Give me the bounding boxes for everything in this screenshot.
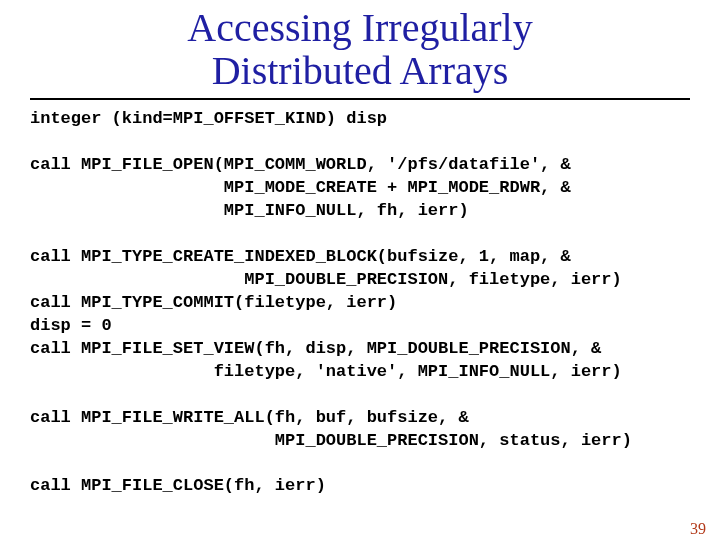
code-line: call MPI_FILE_OPEN(MPI_COMM_WORLD, '/pfs… [30,155,571,174]
code-line: MPI_INFO_NULL, fh, ierr) [30,201,469,220]
code-line: call MPI_TYPE_COMMIT(filetype, ierr) [30,293,397,312]
code-line: disp = 0 [30,316,112,335]
title-line-2: Distributed Arrays [212,48,509,93]
code-block: integer (kind=MPI_OFFSET_KIND) disp call… [30,108,690,498]
slide-title: Accessing Irregularly Distributed Arrays [40,6,680,92]
page-number: 39 [690,520,706,538]
code-line: MPI_DOUBLE_PRECISION, status, ierr) [30,431,632,450]
code-line: call MPI_TYPE_CREATE_INDEXED_BLOCK(bufsi… [30,247,571,266]
code-line: MPI_DOUBLE_PRECISION, filetype, ierr) [30,270,622,289]
code-line: MPI_MODE_CREATE + MPI_MODE_RDWR, & [30,178,571,197]
code-line: filetype, 'native', MPI_INFO_NULL, ierr) [30,362,622,381]
title-divider [30,98,690,100]
code-line: call MPI_FILE_CLOSE(fh, ierr) [30,476,326,495]
title-line-1: Accessing Irregularly [187,5,532,50]
code-line: integer (kind=MPI_OFFSET_KIND) disp [30,109,387,128]
code-line: call MPI_FILE_WRITE_ALL(fh, buf, bufsize… [30,408,469,427]
code-line: call MPI_FILE_SET_VIEW(fh, disp, MPI_DOU… [30,339,601,358]
